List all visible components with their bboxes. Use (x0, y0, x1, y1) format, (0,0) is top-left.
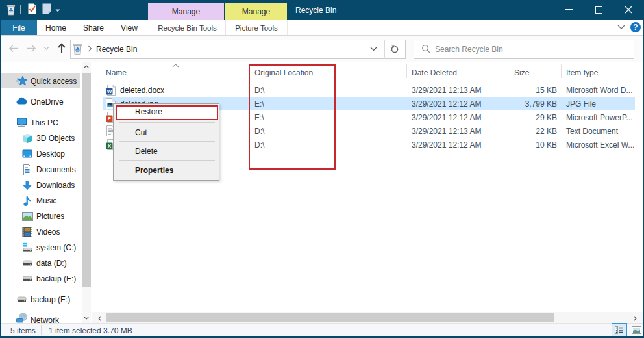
svg-text:P: P (108, 116, 112, 122)
svg-text:W: W (107, 88, 112, 94)
svg-text:X: X (108, 143, 112, 149)
